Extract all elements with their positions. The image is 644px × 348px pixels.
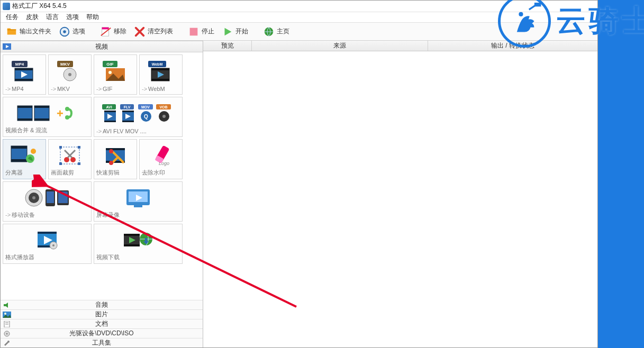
category-audio[interactable]: 音频 [1, 300, 203, 309]
tile-video-merge[interactable]: + 视频合并 & 混流 [3, 97, 92, 137]
svg-rect-36 [34, 106, 49, 121]
globe-icon [263, 26, 275, 38]
menu-task[interactable]: 任务 [3, 12, 22, 23]
svg-text:MOV: MOV [141, 105, 150, 109]
svg-rect-33 [17, 106, 32, 121]
tile-quick-trim[interactable]: 快速剪辑 [94, 139, 137, 179]
menu-language[interactable]: 语言 [43, 12, 62, 23]
output-folder-button[interactable]: 输出文件夹 [3, 25, 55, 39]
menu-options[interactable]: 选项 [63, 12, 82, 23]
svg-text:FLV: FLV [124, 105, 131, 109]
main-split: 视频 MP4 ->MP4 [1, 41, 597, 347]
tile-gif[interactable]: GIF ->GIF [94, 54, 137, 95]
tile-player[interactable]: 格式播放器 [3, 224, 92, 264]
tile-video-download[interactable]: 视频下载 [94, 224, 183, 264]
svg-rect-6 [102, 27, 109, 29]
svg-point-80 [109, 161, 113, 165]
tile-mobile[interactable]: ->移动设备 [3, 181, 92, 222]
section-video-label: 视频 [95, 42, 108, 51]
svg-text:MP4: MP4 [15, 62, 24, 67]
tile-player-label: 格式播放器 [5, 254, 34, 260]
svg-rect-38 [34, 118, 49, 121]
tile-mobile-label: 移动设备 [12, 212, 35, 218]
category-audio-label: 音频 [95, 300, 108, 309]
category-toolset[interactable]: 工具集 [1, 338, 203, 347]
app-icon [3, 3, 10, 10]
svg-point-100 [52, 244, 55, 246]
video-grid: MP4 ->MP4 MKV [1, 52, 203, 300]
svg-point-114 [7, 341, 10, 343]
svg-rect-69 [78, 146, 80, 149]
category-toolset-label: 工具集 [92, 338, 111, 347]
menu-help[interactable]: 帮助 [83, 12, 102, 23]
merge-icon: + [5, 99, 89, 126]
clear-label: 清空列表 [148, 27, 173, 36]
svg-point-21 [68, 73, 71, 76]
screen-record-icon [96, 184, 180, 211]
svg-point-66 [31, 149, 36, 154]
svg-rect-68 [59, 146, 62, 149]
tile-splitter-label: 分离器 [5, 169, 23, 176]
homepage-label: 主页 [277, 27, 289, 36]
menu-skin[interactable]: 皮肤 [23, 12, 42, 23]
tile-avi-etc[interactable]: AVI FLV MOV Q [94, 97, 183, 137]
gif-icon: GIF [96, 57, 134, 86]
remove-button[interactable]: 移除 [97, 25, 130, 39]
player-icon [5, 226, 89, 253]
homepage-button[interactable]: 主页 [260, 25, 293, 39]
svg-rect-52 [122, 121, 134, 122]
stop-icon [188, 26, 199, 38]
svg-point-61 [162, 115, 166, 118]
col-source[interactable]: 来源 [252, 41, 428, 51]
folder-icon [6, 26, 17, 38]
tile-mp4[interactable]: MP4 ->MP4 [3, 54, 46, 95]
crop-icon [51, 142, 89, 169]
clear-list-button[interactable]: 清空列表 [131, 25, 176, 39]
webm-icon: WebM [142, 57, 180, 86]
section-video-header[interactable]: 视频 [1, 41, 203, 52]
col-output-status[interactable]: 输出 / 转换状态 [428, 41, 597, 51]
svg-rect-51 [122, 111, 134, 112]
svg-rect-37 [34, 106, 49, 108]
tile-gif-label: GIF [103, 86, 112, 92]
tile-crop-label: 画面裁剪 [51, 169, 74, 176]
svg-text:WebM: WebM [152, 62, 163, 66]
svg-rect-70 [59, 162, 62, 165]
tile-mkv-label: MKV [57, 86, 70, 92]
gear-icon [59, 26, 70, 38]
category-document-label: 文档 [95, 319, 108, 328]
stop-label: 停止 [202, 27, 214, 36]
svg-rect-8 [190, 28, 198, 35]
svg-rect-35 [17, 118, 32, 121]
mobile-icon [5, 184, 89, 211]
eraser-icon: Logo [142, 142, 180, 169]
col-preview[interactable]: 预览 [203, 41, 252, 51]
svg-rect-63 [11, 146, 27, 149]
category-optical[interactable]: 光驱设备\DVD\CD\ISO [1, 328, 203, 338]
svg-point-4 [63, 30, 66, 33]
svg-rect-103 [124, 244, 140, 246]
tile-screen-record[interactable]: 屏幕录像 [94, 181, 183, 222]
options-button[interactable]: 选项 [56, 25, 88, 39]
svg-point-79 [109, 149, 113, 153]
audio-cat-icon [3, 302, 11, 308]
tile-crop[interactable]: 画面裁剪 [48, 139, 92, 179]
tile-webm[interactable]: WebM ->WebM [139, 54, 183, 95]
stop-button[interactable]: 停止 [185, 25, 217, 39]
image-cat-icon [3, 312, 11, 318]
start-button[interactable]: 开始 [219, 25, 251, 39]
tile-merge-label: 视频合并 & 混流 [5, 127, 47, 133]
tile-splitter[interactable]: 分离器 [3, 139, 46, 179]
svg-text:+: + [57, 107, 64, 120]
video-section-icon [3, 43, 11, 50]
svg-point-107 [4, 313, 6, 315]
svg-point-41 [65, 115, 69, 120]
category-document[interactable]: 文档 [1, 319, 203, 328]
category-image[interactable]: 图片 [1, 309, 203, 319]
mp4-icon: MP4 [5, 57, 43, 86]
tile-mkv[interactable]: MKV ->MKV [48, 54, 92, 95]
tile-remove-watermark[interactable]: Logo 去除水印 [139, 139, 183, 179]
play-icon [222, 26, 233, 38]
svg-text:GIF: GIF [106, 62, 113, 67]
svg-text:MKV: MKV [60, 62, 70, 67]
